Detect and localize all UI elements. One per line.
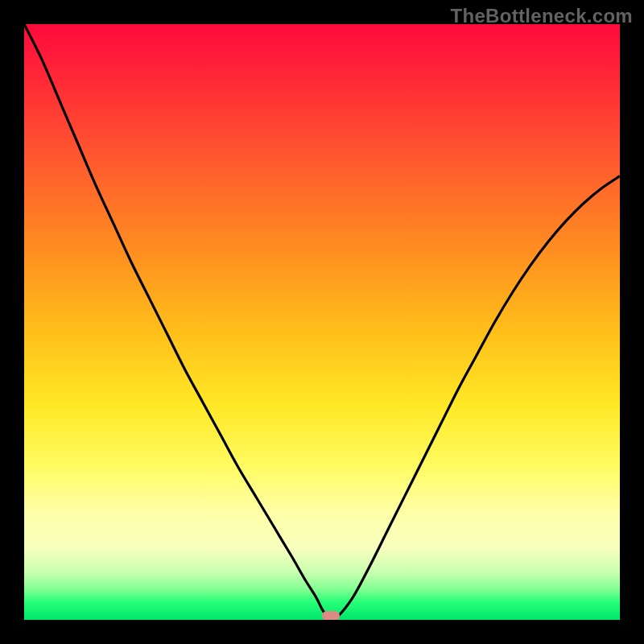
- plot-area: [24, 24, 620, 620]
- bottleneck-curve: [24, 24, 620, 620]
- minimum-marker: [322, 611, 340, 620]
- watermark-text: TheBottleneck.com: [451, 5, 633, 27]
- chart-frame: TheBottleneck.com: [0, 0, 644, 644]
- curve-path: [24, 24, 620, 620]
